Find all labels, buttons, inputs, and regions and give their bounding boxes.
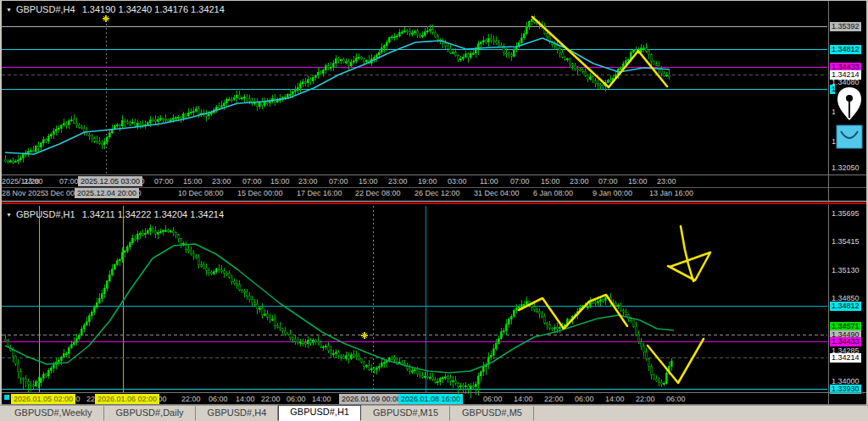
crosshair-time-tooltip: 2025.12.04 20:00 [75,188,139,198]
time-label: 26 Dec 12:00 [415,189,460,197]
time-label: 03:00 [448,177,467,186]
time-label: 06:00 [287,395,306,403]
price-label: 1.35415 [830,237,861,247]
price-label: 1.32050 [830,163,861,173]
time-label: 06:00 [666,395,686,403]
time-label: 23:00 [298,177,318,186]
price-label: 1.32720 [830,137,861,147]
chart-menu-caret-icon[interactable]: ▼ [6,7,12,13]
time-label: 28 Nov 2025 [2,189,45,197]
price-label: 1.35695 [830,209,861,219]
vline-time-tooltip: 2026.01.05 02:00 [11,394,75,404]
time-label: 14:00 [605,395,625,403]
price-label: 1.34214 [830,353,861,363]
time-label: 07:00 [329,177,348,186]
price-label: 1.33930 [830,85,861,94]
time-label: 10 Dec 08:00 [178,189,224,197]
tab-gbpusd-h1[interactable]: GBPUSD#,H1 [278,405,361,421]
price-label: 1.35130 [830,266,861,275]
time-label: 11:00 [480,177,498,186]
time-label: 23:00 [570,177,589,186]
tab-gbpusd-daily[interactable]: GBPUSD#,Daily [104,406,196,421]
price-label: 1.34812 [830,302,861,311]
time-label: 15:00 [359,177,378,186]
time-label: 06:00 [209,395,228,403]
time-label: 22:00 [181,395,201,403]
time-label: 07:00 [59,177,79,186]
time-label: 14:00 [312,395,331,403]
time-label: 6 Jan 08:00 [533,189,573,197]
time-label: 15 Dec 00:00 [237,189,283,197]
time-label: 9 Jan 00:00 [593,189,632,197]
price-label: 1.35392 [830,22,861,31]
top-chart-title: ▼GBPUSD#,H41.34190 1.34240 1.34176 1.342… [6,4,225,14]
time-label: 23:00 [657,177,676,186]
time-label: 15:00 [270,177,290,186]
tab-gbpusd-m15[interactable]: GBPUSD#,M15 [361,406,450,421]
time-label: 19:00 [418,177,437,186]
price-label: 1.34812 [830,45,861,54]
bottom-chart-symbol: GBPUSD#,H1 [16,209,75,219]
time-label: 06:00 [575,395,594,403]
price-label: 1.33400 [830,108,861,117]
time-label: 07:00 [242,177,262,186]
chart-tab-bar: GBPUSD#,WeeklyGBPUSD#,DailyGBPUSD#,H4GBP… [0,405,868,421]
time-label: 15:00 [628,177,648,186]
time-label: 22:00 [544,395,564,403]
chart-menu-caret-icon[interactable]: ▼ [6,212,12,218]
time-label: 07:00 [510,177,530,186]
time-label: 07:00 [598,177,618,186]
bottom-chart-title: ▼GBPUSD#,H11.34211 1.34222 1.34204 1.342… [6,209,224,219]
time-label: 14:00 [236,395,255,403]
active-window-stripe [0,202,868,204]
time-label: 06:00 [483,395,503,403]
time-label: 22 Dec 08:00 [355,189,401,197]
time-label: 13 Jan 16:00 [649,189,693,197]
time-label: 14:00 [514,395,533,403]
vline-time-tooltip: 2026.01.08 16:00 [398,394,463,404]
time-label: 17 Dec 16:00 [297,189,342,197]
vline-time-tooltip: 2026.01.09 00:00 [339,394,403,404]
price-label: 1.34433 [830,337,861,346]
tab-gbpusd-m5[interactable]: GBPUSD#,M5 [450,406,534,421]
time-label: 07:00 [154,177,174,186]
vline-time-tooltip: 2026.01.06 02:00 [95,394,159,404]
crosshair-time-tooltip: 2025.12.05 03:00 [78,176,142,186]
top-chart-ohlc: 1.34190 1.34240 1.34176 1.34214 [82,4,225,14]
time-label: 23:00 [388,177,408,186]
time-label: 23:00 [24,177,43,186]
time-label: 31 Dec 04:00 [474,189,520,197]
time-label: 15:00 [541,177,560,186]
tab-gbpusd-weekly[interactable]: GBPUSD#,Weekly [3,406,104,421]
time-label: 23:00 [212,177,231,186]
top-chart-symbol: GBPUSD#,H4 [16,4,75,14]
price-label: 1.33930 [830,385,861,394]
bottom-chart-ohlc: 1.34211 1.34222 1.34204 1.34214 [82,209,224,219]
time-label: 15:00 [183,177,203,186]
tab-gbpusd-h4[interactable]: GBPUSD#,H4 [196,406,279,421]
time-label: 22:00 [636,395,655,403]
mt-terminal: ▼GBPUSD#,H41.34190 1.34240 1.34176 1.342… [0,0,868,421]
time-label: 22:00 [261,395,281,403]
